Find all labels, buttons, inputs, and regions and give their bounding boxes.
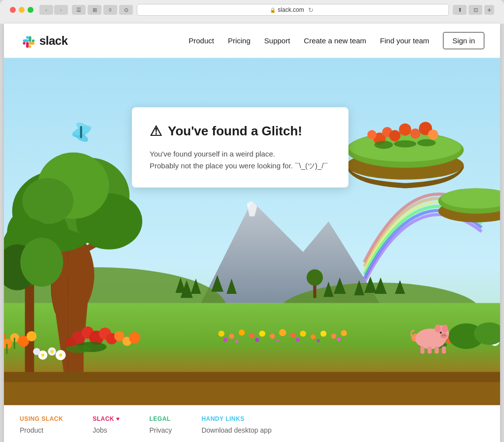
slack-logo-icon bbox=[20, 33, 35, 49]
svg-point-111 bbox=[435, 324, 441, 333]
bookmark-icon[interactable]: ◊ bbox=[103, 5, 117, 15]
svg-rect-49 bbox=[80, 126, 82, 138]
footer-slack-label: SLACK ♥ bbox=[93, 415, 120, 422]
svg-rect-121 bbox=[4, 379, 500, 405]
svg-point-78 bbox=[250, 333, 254, 338]
refresh-button[interactable]: ↻ bbox=[306, 5, 316, 15]
svg-point-41 bbox=[417, 139, 436, 147]
svg-point-75 bbox=[219, 331, 224, 337]
svg-point-89 bbox=[235, 340, 238, 343]
sign-in-button[interactable]: Sign in bbox=[443, 32, 484, 49]
footer-legal: LEGAL Privacy bbox=[149, 415, 172, 434]
footer-handy-links-title: HANDY LINKS bbox=[201, 415, 271, 422]
error-title-text: You've found a Glitch! bbox=[168, 124, 302, 139]
svg-point-115 bbox=[444, 334, 445, 336]
nav-find-team[interactable]: Find your team bbox=[380, 36, 429, 45]
svg-point-88 bbox=[223, 338, 227, 342]
footer-handy-links: HANDY LINKS Download desktop app bbox=[201, 415, 271, 434]
minimize-button[interactable] bbox=[19, 7, 25, 13]
svg-point-90 bbox=[255, 338, 259, 342]
error-body: You've found yourself in a weird place. … bbox=[150, 148, 331, 172]
svg-rect-55 bbox=[6, 344, 7, 354]
svg-point-87 bbox=[341, 330, 346, 336]
svg-point-79 bbox=[259, 331, 265, 337]
svg-point-34 bbox=[367, 130, 377, 139]
lock-icon: 🔒 bbox=[270, 7, 276, 13]
svg-point-30 bbox=[349, 133, 461, 161]
footer: USING SLACK Product SLACK ♥ Jobs LEGAL P… bbox=[4, 405, 500, 442]
svg-point-27 bbox=[20, 238, 63, 287]
footer-using-slack: USING SLACK Product bbox=[20, 415, 63, 434]
nav-pricing[interactable]: Pricing bbox=[228, 36, 251, 45]
footer-columns: USING SLACK Product SLACK ♥ Jobs LEGAL P… bbox=[20, 415, 484, 434]
nav-product[interactable]: Product bbox=[189, 36, 214, 45]
back-button[interactable]: ‹ bbox=[39, 5, 53, 15]
maximize-button[interactable] bbox=[28, 7, 33, 13]
svg-point-93 bbox=[317, 339, 320, 342]
nav-buttons: ‹ › bbox=[39, 5, 68, 15]
forward-button[interactable]: › bbox=[54, 5, 68, 15]
svg-point-38 bbox=[428, 129, 439, 140]
footer-slack-title: SLACK ♥ bbox=[93, 415, 120, 422]
footer-legal-title: LEGAL bbox=[149, 415, 172, 422]
svg-rect-122 bbox=[4, 372, 500, 382]
main-content: ⚠ You've found a Glitch! You've found yo… bbox=[4, 58, 500, 405]
svg-rect-117 bbox=[420, 347, 424, 354]
svg-point-83 bbox=[300, 331, 306, 337]
logo-text: slack bbox=[39, 34, 68, 48]
error-title: ⚠ You've found a Glitch! bbox=[150, 123, 331, 139]
svg-point-67 bbox=[129, 332, 140, 344]
svg-point-113 bbox=[441, 333, 448, 338]
navigation: slack Product Pricing Support Create a n… bbox=[4, 24, 500, 58]
footer-product-link[interactable]: Product bbox=[20, 426, 63, 434]
svg-point-71 bbox=[33, 348, 40, 355]
shield-icon[interactable]: ⊙ bbox=[119, 5, 133, 15]
svg-point-15 bbox=[307, 269, 323, 285]
footer-download-link[interactable]: Download desktop app bbox=[201, 426, 271, 434]
footer-using-slack-title: USING SLACK bbox=[20, 415, 63, 422]
svg-point-114 bbox=[442, 334, 443, 336]
share-button[interactable]: ⬆ bbox=[453, 5, 467, 15]
browser-chrome: ‹ › ☰ ⊞ ◊ ⊙ 🔒 slack.com ↻ ⬆ ⊡ + bbox=[0, 0, 504, 24]
warning-icon: ⚠ bbox=[150, 123, 162, 139]
title-bar: ‹ › ☰ ⊞ ◊ ⊙ 🔒 slack.com ↻ ⬆ ⊡ + bbox=[4, 4, 500, 20]
footer-privacy-link[interactable]: Privacy bbox=[149, 426, 172, 434]
svg-point-53 bbox=[27, 331, 37, 342]
svg-point-35 bbox=[399, 124, 411, 136]
browser-window: ‹ › ☰ ⊞ ◊ ⊙ 🔒 slack.com ↻ ⬆ ⊡ + bbox=[0, 0, 504, 442]
footer-slack: SLACK ♥ Jobs bbox=[93, 415, 120, 434]
svg-point-86 bbox=[331, 334, 336, 339]
new-tab-button[interactable]: + bbox=[484, 5, 494, 15]
url-text: slack.com bbox=[278, 6, 304, 13]
svg-point-85 bbox=[320, 331, 326, 337]
split-view-button[interactable]: ⊡ bbox=[469, 5, 482, 15]
error-line2: Probably not the place you were looking … bbox=[150, 160, 331, 172]
nav-support[interactable]: Support bbox=[264, 36, 290, 45]
error-line1: You've found yourself in a weird place. bbox=[150, 148, 331, 160]
svg-point-94 bbox=[337, 337, 341, 341]
svg-rect-120 bbox=[442, 347, 446, 354]
svg-point-91 bbox=[276, 339, 279, 342]
reader-view-icon[interactable]: ☰ bbox=[72, 5, 86, 15]
svg-point-64 bbox=[66, 345, 92, 353]
footer-jobs-link[interactable]: Jobs bbox=[93, 426, 120, 434]
svg-point-73 bbox=[50, 350, 53, 353]
svg-point-112 bbox=[442, 324, 448, 333]
svg-point-77 bbox=[239, 330, 245, 336]
svg-rect-56 bbox=[14, 338, 15, 349]
svg-point-36 bbox=[410, 128, 420, 139]
website-content: slack Product Pricing Support Create a n… bbox=[4, 24, 500, 442]
svg-point-82 bbox=[290, 333, 295, 338]
browser-actions: ⬆ ⊡ + bbox=[453, 5, 494, 15]
svg-rect-119 bbox=[435, 347, 439, 354]
svg-rect-118 bbox=[428, 347, 432, 354]
svg-point-23 bbox=[22, 178, 73, 224]
layers-icon[interactable]: ⊞ bbox=[88, 5, 101, 15]
close-button[interactable] bbox=[10, 7, 16, 13]
svg-point-40 bbox=[394, 140, 416, 148]
nav-create-team[interactable]: Create a new team bbox=[304, 36, 366, 45]
logo[interactable]: slack bbox=[20, 33, 68, 49]
toolbar-icons: ☰ ⊞ ◊ ⊙ bbox=[72, 5, 133, 15]
address-bar[interactable]: 🔒 slack.com ↻ bbox=[137, 4, 449, 16]
svg-point-76 bbox=[229, 334, 234, 339]
